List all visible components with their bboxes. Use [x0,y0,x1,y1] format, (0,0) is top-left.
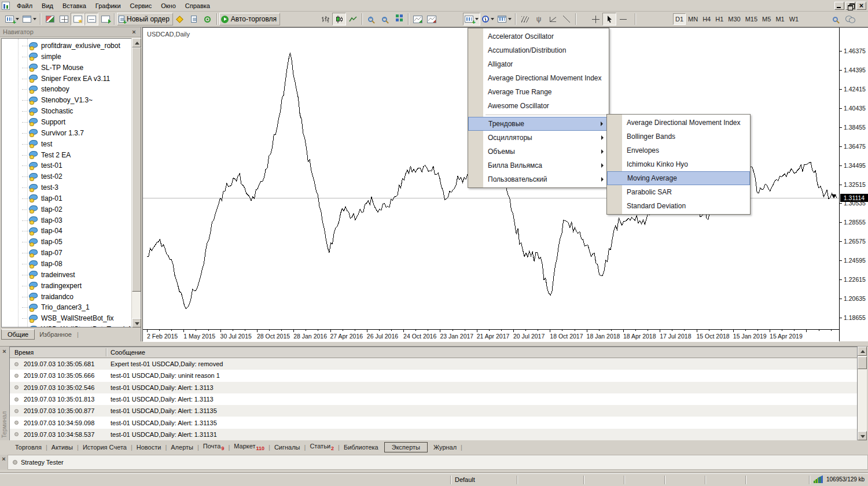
trendline-tool-button[interactable] [560,13,573,25]
submenu-item[interactable]: Ichimoku Kinko Hyo [607,157,750,171]
terminal-tab-3[interactable]: История Счета [79,443,130,452]
navigator-button[interactable] [71,13,84,25]
menubar-item[interactable]: Файл [12,1,37,10]
menubar-item[interactable]: Окно [156,1,181,10]
navigator-item[interactable]: Stenoboy_V1.3~ [28,95,131,105]
tester-panel[interactable]: Strategy Tester [8,455,868,470]
menubar-item[interactable]: Графики [91,1,126,10]
terminal-tab-10[interactable]: Библиотека [340,443,382,452]
terminal-tab-7[interactable]: Маркет110 [230,441,268,452]
indicator-menu-item[interactable]: Accelerator Oscillator [468,30,609,43]
navigator-item[interactable]: Support [28,117,131,127]
scroll-down-button[interactable] [858,431,867,440]
zoom-in-button[interactable]: + [365,13,378,25]
column-divider[interactable] [106,348,107,356]
terminal-tab-1[interactable]: Торговля [12,443,45,452]
submenu-item[interactable]: Moving Average [607,171,750,185]
submenu-item[interactable]: Standard Deviation [607,199,750,213]
zoom-out-button[interactable]: − [378,13,392,25]
navigator-item[interactable]: tradingexpert [28,281,131,291]
terminal-tab-6[interactable]: Почта9 [200,441,228,452]
timeframe-button-h4[interactable]: H4 [700,13,713,25]
autotrading-button[interactable]: Авто-торговля [219,13,280,25]
log-row[interactable]: 2019.07.03 10:34:58.537test-01 USDCAD,Da… [10,429,857,440]
market-watch-button[interactable] [43,13,57,25]
indicator-menu-item[interactable]: Average Directional Movement Index [468,71,609,85]
timeframe-button-w1[interactable]: W1 [787,13,801,25]
chat-button[interactable] [843,13,857,25]
navigator-item[interactable]: Stochastic [28,106,131,116]
column-message[interactable]: Сообщение [111,349,145,356]
terminal-tab-8[interactable]: Сигналы [271,443,304,452]
bar-chart-button[interactable] [318,13,332,25]
navigator-item[interactable]: SL-TP Mouse [28,62,131,73]
new-order-button[interactable]: +Новый ордер [117,13,173,25]
navigator-close-icon[interactable] [130,28,138,35]
navigator-item[interactable]: test-02 [28,171,131,182]
log-row[interactable]: 2019.07.03 10:35:05.666test-01 USDCAD,Da… [10,370,857,381]
navigator-item[interactable]: traidandco [28,292,131,302]
navigator-item[interactable]: WSB_WallStreetBot_fix [28,313,131,323]
menubar-item[interactable]: Вставка [58,1,91,10]
navigator-item[interactable]: Survivor 1.3.7 [28,128,131,138]
timeframe-button-h1[interactable]: H1 [713,13,726,25]
templates-button[interactable] [496,13,513,25]
periods-button[interactable] [480,13,496,25]
terminal-scrollbar[interactable] [858,347,867,440]
navigator-item[interactable]: stenoboy [28,84,131,94]
date-axis[interactable]: 2 Feb 20151 May 201530 Jul 201528 Oct 20… [143,329,840,342]
navigator-item[interactable]: test-3 [28,182,131,193]
timeframe-button-mn[interactable]: MN [686,13,700,25]
arrange-charts-button[interactable] [411,13,425,25]
horizontal-line-button[interactable] [616,13,630,25]
close-button[interactable] [856,2,866,10]
indicator-category-item[interactable]: Пользовательский [468,172,609,186]
menubar-item[interactable]: Сервис [126,1,157,10]
log-row[interactable]: 2019.07.03 10:35:05.681Expert test-01 US… [10,358,857,370]
crosshair-button[interactable] [589,13,602,25]
terminal-tab-5[interactable]: Алерты [167,443,197,452]
timeframe-button-m5[interactable]: M5 [760,13,773,25]
timeframe-button-m30[interactable]: M30 [726,13,742,25]
terminal-button[interactable] [84,13,98,25]
search-button[interactable] [829,13,843,25]
log-row[interactable]: 2019.07.03 10:35:02.546test-01 USDCAD,Da… [10,382,857,393]
timeframe-button-d1[interactable]: D1 [673,13,686,25]
line-chart-button[interactable] [346,13,360,25]
submenu-item[interactable]: Parabolic SAR [607,185,750,199]
navigator-item[interactable]: tlap-02 [28,204,131,215]
terminal-tab-12[interactable]: Журнал [430,443,460,452]
tile-windows-button[interactable] [392,13,406,25]
navigator-item[interactable]: tlap-07 [28,248,131,258]
scroll-up-button[interactable] [132,38,141,47]
cursor-button[interactable] [602,13,616,25]
navigator-item[interactable]: tlap-03 [28,215,131,226]
strategy-tester-button[interactable] [98,13,112,25]
scroll-down-button[interactable] [132,318,141,327]
data-window-button[interactable] [57,13,71,25]
alerts-sound-button[interactable] [201,13,215,25]
profiles-button[interactable] [21,13,38,25]
indicator-menu-item[interactable]: Average True Range [468,85,609,99]
scroll-thumb[interactable] [858,356,867,369]
menubar-item[interactable]: Вид [37,1,58,10]
navigator-item[interactable]: tlap-05 [28,237,131,247]
fibonacci-tool-button[interactable] [518,13,532,25]
metaeditor-button[interactable] [173,13,187,25]
tab-favorites[interactable]: Избранное [35,330,76,339]
terminal-tab-11[interactable]: Эксперты [384,442,428,452]
log-row[interactable]: 2019.07.03 10:34:59.098test-01 USDCAD,Da… [10,417,857,429]
pitchfork-tool-button[interactable] [532,13,546,25]
navigator-item[interactable]: tradeinvest [28,270,131,280]
column-time[interactable]: Время [14,349,34,356]
restore-button[interactable] [845,2,855,10]
log-row[interactable]: 2019.07.03 10:35:00.877test-01 USDCAD,Da… [10,405,857,417]
timeframe-button-m15[interactable]: M15 [743,13,760,25]
terminal-tab-2[interactable]: Активы [48,443,76,452]
price-axis[interactable]: 1.31114 1.463751.443951.424151.404351.38… [839,27,868,341]
tester-close-icon[interactable] [0,455,8,462]
status-profile[interactable]: Default [455,476,475,483]
submenu-item[interactable]: Bollinger Bands [607,130,750,143]
submenu-item[interactable]: Envelopes [607,143,750,157]
triangle-tool-button[interactable] [546,13,560,25]
